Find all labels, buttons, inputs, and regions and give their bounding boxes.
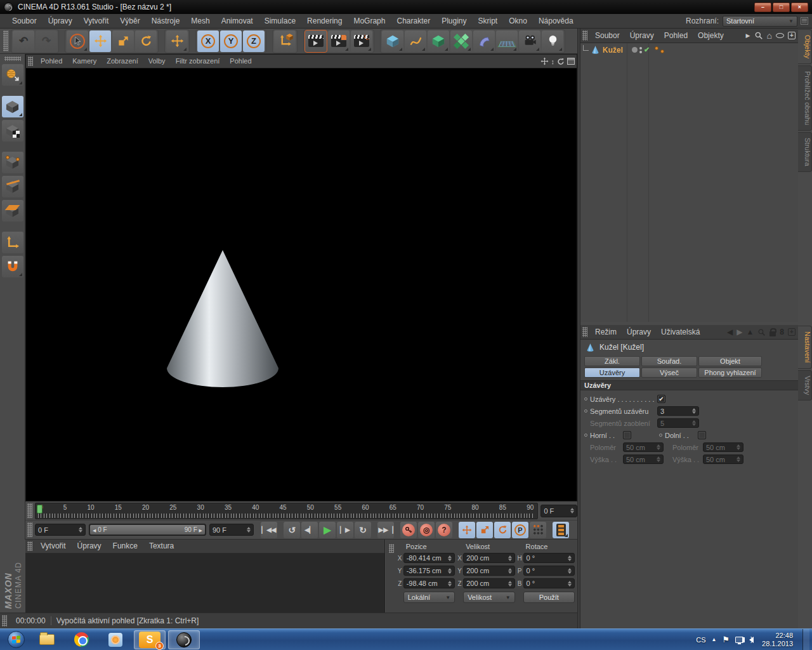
- add-generator-button[interactable]: [428, 30, 449, 52]
- track-dot[interactable]: [584, 409, 587, 413]
- go-to-start-button[interactable]: ▏◀◀: [261, 522, 277, 538]
- menu-item[interactable]: Výběr: [114, 14, 145, 28]
- action-center-icon[interactable]: ⚑: [722, 635, 730, 644]
- render-picture-viewer-button[interactable]: [328, 30, 350, 52]
- coordinate-space-dropdown[interactable]: Lokální ▼: [403, 592, 455, 603]
- model-mode-button[interactable]: [2, 96, 23, 117]
- play-button[interactable]: ▶: [319, 522, 336, 538]
- record-keyframe-button[interactable]: [400, 522, 417, 538]
- spinner-arrows-icon[interactable]: [690, 408, 696, 414]
- minimize-button[interactable]: –: [754, 3, 771, 12]
- autokey-button[interactable]: ◎: [418, 522, 435, 538]
- tab-objekty[interactable]: Objekty: [798, 29, 812, 64]
- spinner-arrows-icon[interactable]: [244, 527, 251, 533]
- next-frame-button[interactable]: ▏▶: [337, 522, 353, 538]
- object-name[interactable]: Kužel: [603, 46, 623, 55]
- tab-struktura[interactable]: Struktura: [798, 132, 812, 172]
- spinner-arrows-icon[interactable]: [445, 581, 452, 587]
- viewport-menu-item[interactable]: Pohled: [36, 55, 67, 68]
- om-menu-item[interactable]: Úpravy: [625, 29, 659, 43]
- spinner-arrows-icon[interactable]: [506, 555, 512, 561]
- apply-button[interactable]: Použít: [523, 592, 575, 603]
- rotate-button[interactable]: [135, 30, 157, 52]
- section-header[interactable]: Uzávěry: [580, 380, 798, 390]
- transport-drag-handle[interactable]: [27, 522, 32, 537]
- cone-object[interactable]: [163, 246, 287, 395]
- move-button[interactable]: [89, 30, 111, 52]
- am-menu-item[interactable]: Uživatelská: [656, 325, 705, 339]
- history-forward-icon[interactable]: ▶: [737, 328, 742, 336]
- timeline-ruler[interactable]: 051015202530354045505560657075808590: [35, 503, 538, 519]
- rotation-field[interactable]: 0 °: [523, 578, 575, 588]
- render-settings-button[interactable]: [351, 30, 372, 52]
- material-menu-item[interactable]: Úpravy: [72, 540, 107, 553]
- spinner-arrows-icon[interactable]: [565, 555, 572, 561]
- coordinate-system-button[interactable]: [274, 30, 296, 52]
- size-mode-dropdown[interactable]: Velikost ▼: [463, 592, 514, 603]
- taskbar-cinema4d[interactable]: [168, 630, 200, 649]
- panel-drag-handle[interactable]: [582, 327, 587, 337]
- start-frame-field[interactable]: 0 F: [35, 524, 86, 536]
- link-icon[interactable]: 8: [780, 328, 784, 336]
- menu-overflow-icon[interactable]: ▶: [746, 32, 750, 39]
- add-panel-icon[interactable]: +: [788, 32, 796, 39]
- material-menu-item[interactable]: Vytvořit: [35, 540, 72, 553]
- timeline-window-button[interactable]: [553, 522, 569, 538]
- bottom-checkbox[interactable]: [698, 431, 706, 439]
- statusbar-drag-handle[interactable]: [2, 615, 7, 627]
- material-list-empty[interactable]: [25, 554, 384, 612]
- play-backward-button[interactable]: ↺: [284, 522, 300, 538]
- add-camera-button[interactable]: [519, 30, 540, 52]
- spinner-arrows-icon[interactable]: [565, 568, 572, 574]
- render-view-button[interactable]: [305, 30, 327, 52]
- tab-zakl[interactable]: Zákl.: [584, 356, 640, 366]
- size-field[interactable]: 200 cm: [463, 578, 514, 588]
- menu-item[interactable]: MoGraph: [348, 14, 391, 28]
- tag-dot[interactable]: [655, 46, 658, 50]
- add-panel-icon[interactable]: +: [788, 328, 796, 336]
- tab-vrstvy[interactable]: Vrstvy: [798, 370, 812, 401]
- maximize-button[interactable]: □: [773, 3, 790, 12]
- menu-item[interactable]: Simulace: [259, 14, 301, 28]
- tab-objekt[interactable]: Objekt: [698, 356, 762, 366]
- make-editable-button[interactable]: [2, 64, 23, 86]
- track-dot[interactable]: [584, 434, 587, 437]
- viewport-menu-item[interactable]: Filtr zobrazení: [171, 55, 225, 68]
- add-spline-button[interactable]: [405, 30, 426, 52]
- tab-prohlizec-obsahu[interactable]: Prohlížeč obsahu: [798, 65, 812, 131]
- material-menu-item[interactable]: Funkce: [107, 540, 143, 553]
- play-forward-button[interactable]: ↻: [355, 522, 371, 538]
- viewport-drag-handle[interactable]: [28, 56, 33, 66]
- edges-mode-button[interactable]: [2, 176, 23, 197]
- go-to-end-button[interactable]: ▶▶▕: [377, 522, 394, 538]
- show-hidden-icons[interactable]: ▲: [711, 637, 716, 642]
- am-menu-item[interactable]: Úpravy: [622, 325, 656, 339]
- parent-object-icon[interactable]: ▲: [746, 328, 754, 336]
- menu-item[interactable]: Rendering: [301, 14, 348, 28]
- viewport-rotate-icon[interactable]: [557, 58, 565, 65]
- last-tool-button[interactable]: [166, 30, 188, 52]
- menu-item[interactable]: Okno: [503, 14, 533, 28]
- menu-item[interactable]: Charakter: [391, 14, 436, 28]
- top-checkbox[interactable]: [623, 431, 631, 439]
- search-icon[interactable]: [754, 31, 763, 40]
- am-menu-item[interactable]: Režim: [590, 325, 622, 339]
- menu-item[interactable]: Soubor: [6, 14, 43, 28]
- keyframe-selection-button[interactable]: ?: [436, 522, 452, 538]
- points-mode-button[interactable]: [2, 152, 23, 173]
- position-field[interactable]: -98.48 cm: [403, 578, 455, 588]
- caps-checkbox[interactable]: ✔: [657, 395, 665, 403]
- menu-item[interactable]: Úpravy: [43, 14, 78, 28]
- menu-item[interactable]: Nápověda: [533, 14, 579, 28]
- end-frame-field[interactable]: 90 F: [209, 524, 254, 536]
- taskbar-explorer[interactable]: [31, 630, 63, 649]
- visibility-dots[interactable]: [639, 47, 642, 53]
- spinner-arrows-icon[interactable]: [445, 555, 452, 561]
- lock-icon[interactable]: [769, 331, 776, 336]
- tab-sourad[interactable]: Souřad.: [641, 356, 697, 366]
- object-row[interactable]: Kužel ✔: [580, 43, 798, 56]
- size-field[interactable]: 200 cm: [463, 566, 514, 576]
- cap-segments-field[interactable]: 3: [657, 406, 699, 416]
- key-rotation-toggle[interactable]: [494, 522, 511, 538]
- add-environment-button[interactable]: [496, 30, 518, 52]
